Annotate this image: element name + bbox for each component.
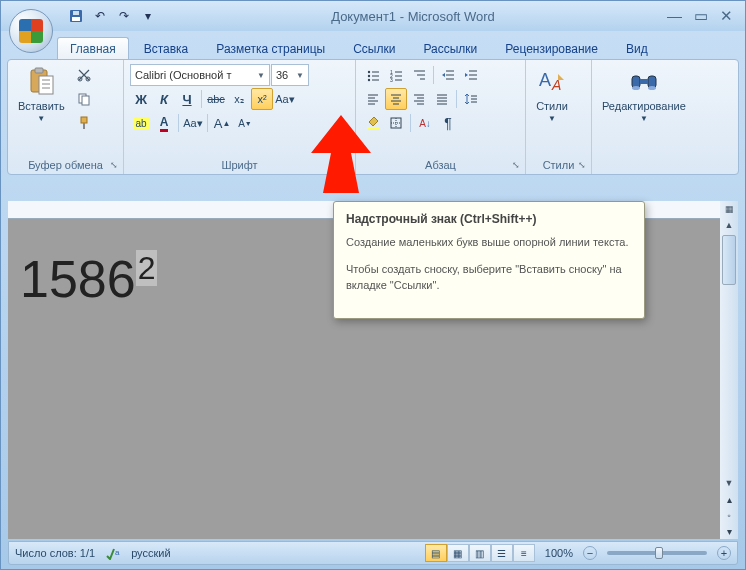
binoculars-icon (628, 66, 660, 98)
svg-rect-63 (640, 79, 648, 84)
svg-point-19 (368, 79, 370, 81)
editing-label: Редактирование (602, 100, 686, 112)
borders-button[interactable] (385, 112, 407, 134)
doc-base-text: 1586 (20, 250, 136, 308)
tab-mailings[interactable]: Рассылки (410, 37, 490, 59)
font-family-value: Calibri (Основной т (135, 69, 231, 81)
align-left-button[interactable] (362, 88, 384, 110)
shrink-font-button[interactable]: A▼ (234, 112, 256, 134)
qat-undo[interactable]: ↶ (89, 5, 111, 27)
tab-review[interactable]: Рецензирование (492, 37, 611, 59)
font-size-combo[interactable]: 36▼ (271, 64, 309, 86)
font-size-value: 36 (276, 69, 288, 81)
qat-redo[interactable]: ↷ (113, 5, 135, 27)
cut-button[interactable] (73, 64, 95, 86)
styles-icon: AA (536, 66, 568, 98)
vertical-scrollbar[interactable]: ▦ ▲ ▼ ▴ ◦ ▾ (720, 201, 738, 539)
zoom-thumb[interactable] (655, 547, 663, 559)
align-center-button[interactable] (385, 88, 407, 110)
align-right-button[interactable] (408, 88, 430, 110)
group-paragraph-label: Абзац (362, 157, 519, 172)
highlight-button[interactable]: ab (130, 112, 152, 134)
font-family-combo[interactable]: Calibri (Основной т▼ (130, 64, 270, 86)
copy-button[interactable] (73, 88, 95, 110)
scroll-down-button[interactable]: ▼ (721, 475, 737, 491)
scroll-thumb[interactable] (722, 235, 736, 285)
decrease-indent-button[interactable] (437, 64, 459, 86)
minimize-button[interactable]: — (667, 7, 682, 25)
document-text[interactable]: 15862 (20, 249, 157, 309)
sort-button[interactable]: А↓ (414, 112, 436, 134)
show-marks-button[interactable]: ¶ (437, 112, 459, 134)
strikethrough-button[interactable]: abc (205, 88, 227, 110)
align-justify-button[interactable] (431, 88, 453, 110)
zoom-level[interactable]: 100% (545, 547, 573, 559)
paragraph-launcher[interactable]: ⤡ (509, 158, 523, 172)
view-buttons: ▤ ▦ ▥ ☰ ≡ (425, 544, 535, 562)
tab-view[interactable]: Вид (613, 37, 661, 59)
grow-font-button[interactable]: A▲ (211, 112, 233, 134)
group-clipboard: Вставить ▼ Буфер обмена ⤡ (8, 60, 124, 174)
spellcheck-button[interactable]: а (105, 546, 121, 560)
align-center-icon (389, 92, 403, 106)
styles-launcher[interactable]: ⤡ (575, 158, 589, 172)
svg-text:A: A (539, 70, 551, 90)
editing-button[interactable]: Редактирование ▼ (598, 64, 690, 169)
list-numbered-icon: 123 (389, 68, 403, 82)
office-button[interactable] (9, 9, 53, 53)
brush-icon (77, 116, 91, 130)
browse-object-button[interactable]: ◦ (722, 508, 736, 522)
ruler-toggle[interactable]: ▦ (721, 201, 737, 217)
tab-insert[interactable]: Вставка (131, 37, 202, 59)
superscript-button[interactable]: x² (251, 88, 273, 110)
scroll-up-button[interactable]: ▲ (721, 217, 737, 233)
tab-home[interactable]: Главная (57, 37, 129, 59)
view-outline[interactable]: ☰ (491, 544, 513, 562)
next-page-button[interactable]: ▾ (722, 524, 736, 538)
numbering-button[interactable]: 123 (385, 64, 407, 86)
copy-icon (77, 92, 91, 106)
italic-button[interactable]: К (153, 88, 175, 110)
line-spacing-button[interactable] (460, 88, 482, 110)
view-full-screen[interactable]: ▦ (447, 544, 469, 562)
view-print-layout[interactable]: ▤ (425, 544, 447, 562)
quick-access-toolbar: ↶ ↷ ▾ (65, 5, 159, 27)
maximize-button[interactable]: ▭ (694, 7, 708, 25)
svg-text:3: 3 (390, 77, 393, 82)
char-border-button[interactable]: Aa▾ (182, 112, 204, 134)
status-bar: Число слов: 1/1 а русский ▤ ▦ ▥ ☰ ≡ 100%… (8, 541, 738, 565)
svg-point-15 (368, 71, 370, 73)
zoom-out-button[interactable]: − (583, 546, 597, 560)
paste-button[interactable]: Вставить ▼ (14, 64, 69, 157)
svg-rect-5 (39, 76, 53, 94)
align-justify-icon (435, 92, 449, 106)
svg-rect-2 (73, 11, 79, 15)
qat-save[interactable] (65, 5, 87, 27)
view-web-layout[interactable]: ▥ (469, 544, 491, 562)
subscript-button[interactable]: x₂ (228, 88, 250, 110)
format-painter-button[interactable] (73, 112, 95, 134)
svg-text:а: а (115, 548, 120, 557)
increase-indent-button[interactable] (460, 64, 482, 86)
view-draft[interactable]: ≡ (513, 544, 535, 562)
styles-button[interactable]: AA Стили ▼ (532, 64, 572, 157)
underline-button[interactable]: Ч (176, 88, 198, 110)
language-button[interactable]: русский (131, 547, 170, 559)
change-case-button[interactable]: Aa▾ (274, 88, 296, 110)
bold-button[interactable]: Ж (130, 88, 152, 110)
font-color-button[interactable]: A (153, 112, 175, 134)
word-count[interactable]: Число слов: 1/1 (15, 547, 95, 559)
doc-superscript-text: 2 (136, 250, 158, 286)
multilevel-list-button[interactable] (408, 64, 430, 86)
zoom-slider[interactable] (607, 551, 707, 555)
zoom-in-button[interactable]: + (717, 546, 731, 560)
group-paragraph: 123 А↓ (356, 60, 526, 174)
tab-references[interactable]: Ссылки (340, 37, 408, 59)
prev-page-button[interactable]: ▴ (722, 492, 736, 506)
bullets-button[interactable] (362, 64, 384, 86)
close-button[interactable]: ✕ (720, 7, 733, 25)
tab-page-layout[interactable]: Разметка страницы (203, 37, 338, 59)
clipboard-launcher[interactable]: ⤡ (107, 158, 121, 172)
svg-point-65 (648, 86, 656, 90)
qat-customize[interactable]: ▾ (137, 5, 159, 27)
